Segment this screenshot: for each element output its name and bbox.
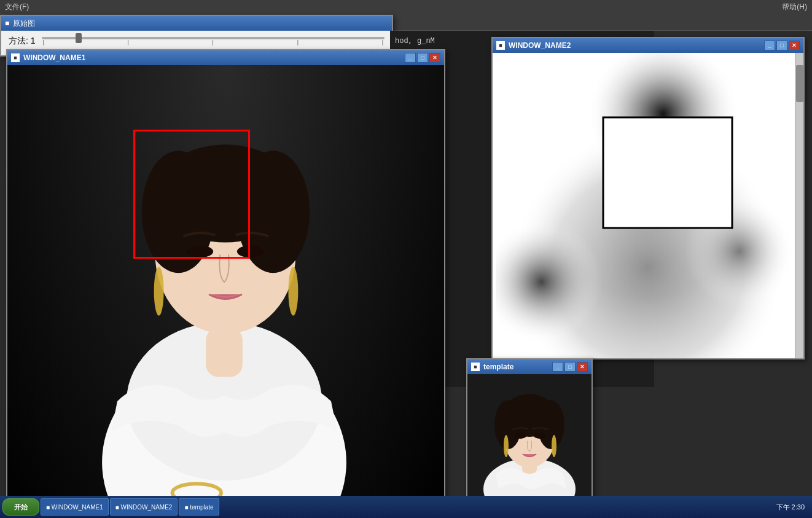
svg-point-28: [514, 433, 526, 439]
window-name2: ■ WINDOW_NAME2 _ □ ✕: [491, 37, 805, 359]
template-title: template: [483, 363, 513, 371]
window2-title-icon: ■: [496, 41, 505, 50]
tick-4: |: [382, 39, 383, 45]
taskbar: 开始 ■ WINDOW_NAME1 ■ WINDOW_NAME2 ■ templ…: [0, 496, 812, 518]
window1-maximize-button[interactable]: □: [417, 53, 428, 63]
svg-point-26: [504, 435, 509, 457]
taskbar-clock: 下午 2:30: [776, 503, 810, 512]
window2-content: [493, 53, 803, 358]
portrait-thumbnail: [474, 382, 585, 501]
taskbar-item-window1[interactable]: ■ WINDOW_NAME1: [41, 498, 109, 516]
taskbar-item-window2[interactable]: ■ WINDOW_NAME2: [110, 498, 178, 516]
face-detection-rectangle: [133, 130, 250, 259]
heatmap-svg: [493, 53, 803, 358]
slider-thumb[interactable]: [76, 33, 82, 43]
start-button[interactable]: 开始: [2, 498, 39, 516]
tick-0: |: [43, 39, 44, 45]
template-minimize-button[interactable]: _: [552, 362, 563, 372]
template-content: [467, 374, 591, 509]
svg-point-25: [537, 400, 564, 449]
slider-ticks: | | | | |: [42, 39, 385, 45]
window2-close-button[interactable]: ✕: [789, 41, 800, 50]
window-template: ■ template _ □ ✕: [466, 358, 593, 510]
svg-rect-18: [603, 117, 732, 228]
slider-track[interactable]: [42, 37, 385, 39]
slider-title-icon: ■: [5, 19, 9, 28]
window2-scrollbar[interactable]: [795, 53, 803, 358]
tick-1: |: [128, 39, 129, 45]
template-title-bar: ■ template _ □ ✕: [467, 359, 591, 374]
taskbar-item-label-2: ■ WINDOW_NAME2: [115, 504, 173, 511]
menu-item-file[interactable]: 文件(F): [5, 2, 29, 12]
window1-title: WINDOW_NAME1: [23, 53, 85, 62]
window2-maximize-button[interactable]: □: [776, 41, 787, 50]
tick-2: |: [213, 39, 214, 45]
window1-content: [7, 65, 444, 512]
taskbar-item-label-3: ■ template: [184, 504, 213, 511]
svg-point-7: [154, 267, 164, 316]
window2-minimize-button[interactable]: _: [764, 41, 775, 50]
window1-title-icon: ■: [11, 53, 20, 62]
thumbnail-svg: [474, 382, 585, 501]
window2-title: WINDOW_NAME2: [509, 41, 571, 50]
window2-title-bar: ■ WINDOW_NAME2 _ □ ✕: [493, 38, 803, 53]
window1-minimize-button[interactable]: _: [405, 53, 416, 63]
taskbar-item-label-1: ■ WINDOW_NAME1: [46, 504, 103, 511]
menu-item-help[interactable]: 帮助(H): [782, 2, 807, 12]
menu-bar: 文件(F) 帮助(H): [0, 0, 812, 14]
window1-close-button[interactable]: ✕: [429, 53, 440, 63]
svg-point-8: [288, 267, 298, 316]
window1-title-bar: ■ WINDOW_NAME1 _ □ ✕: [7, 50, 444, 65]
slider-content: 方法: 1 | | | | |: [1, 31, 392, 52]
slider-window-title: 原始图: [13, 18, 35, 29]
tick-3: |: [297, 39, 299, 45]
template-title-icon: ■: [471, 363, 480, 371]
svg-point-27: [552, 435, 556, 457]
window2-controls: _ □ ✕: [764, 41, 800, 50]
start-label: 开始: [14, 503, 28, 512]
window2-scroll-thumb[interactable]: [796, 65, 803, 102]
template-maximize-button[interactable]: □: [564, 362, 576, 372]
slider-title-bar: ■ 原始图: [1, 16, 392, 31]
svg-point-29: [534, 433, 546, 439]
taskbar-item-template[interactable]: ■ template: [179, 498, 219, 516]
svg-rect-2: [206, 328, 243, 377]
clock-display: 下午 2:30: [776, 503, 805, 511]
window1-controls: _ □ ✕: [405, 53, 440, 63]
template-controls: _ □ ✕: [552, 362, 588, 372]
slider-label: 方法: 1: [9, 36, 36, 47]
template-close-button[interactable]: ✕: [577, 362, 588, 372]
window-name1: ■ WINDOW_NAME1 _ □ ✕: [6, 49, 445, 513]
